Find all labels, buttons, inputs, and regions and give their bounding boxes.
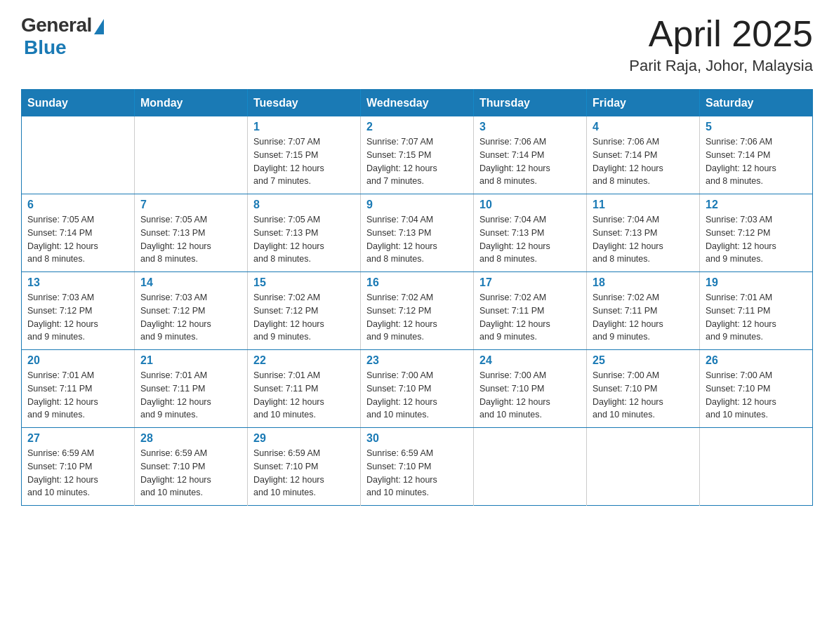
calendar-location: Parit Raja, Johor, Malaysia: [629, 57, 813, 75]
day-number: 14: [140, 276, 241, 289]
calendar-cell: 19Sunrise: 7:01 AMSunset: 7:11 PMDayligh…: [700, 272, 813, 350]
day-number: 18: [593, 276, 694, 289]
calendar-cell: 25Sunrise: 7:00 AMSunset: 7:10 PMDayligh…: [587, 350, 700, 428]
day-number: 2: [366, 121, 468, 133]
day-info: Sunrise: 7:01 AMSunset: 7:11 PMDaylight:…: [253, 369, 355, 422]
day-info: Sunrise: 7:02 AMSunset: 7:12 PMDaylight:…: [253, 291, 355, 344]
logo-triangle-icon: [94, 19, 104, 34]
day-info: Sunrise: 7:03 AMSunset: 7:12 PMDaylight:…: [140, 291, 241, 344]
calendar-table: SundayMondayTuesdayWednesdayThursdayFrid…: [21, 89, 813, 506]
logo: General Blue: [21, 14, 104, 59]
day-info: Sunrise: 6:59 AMSunset: 7:10 PMDaylight:…: [140, 447, 241, 499]
day-info: Sunrise: 7:01 AMSunset: 7:11 PMDaylight:…: [27, 369, 128, 422]
day-info: Sunrise: 7:05 AMSunset: 7:13 PMDaylight:…: [140, 213, 241, 266]
calendar-cell: [587, 428, 700, 506]
day-info: Sunrise: 7:06 AMSunset: 7:14 PMDaylight:…: [479, 135, 581, 188]
day-number: 30: [366, 432, 468, 445]
calendar-cell: [135, 116, 248, 194]
day-number: 3: [479, 121, 581, 133]
page-header: General Blue April 2025 Parit Raja, Joho…: [21, 14, 813, 75]
calendar-cell: 15Sunrise: 7:02 AMSunset: 7:12 PMDayligh…: [248, 272, 361, 350]
day-info: Sunrise: 7:07 AMSunset: 7:15 PMDaylight:…: [366, 135, 468, 188]
day-info: Sunrise: 7:06 AMSunset: 7:14 PMDaylight:…: [593, 135, 694, 188]
calendar-cell: 28Sunrise: 6:59 AMSunset: 7:10 PMDayligh…: [135, 428, 248, 506]
calendar-cell: 30Sunrise: 6:59 AMSunset: 7:10 PMDayligh…: [361, 428, 474, 506]
day-info: Sunrise: 7:02 AMSunset: 7:11 PMDaylight:…: [479, 291, 581, 344]
day-info: Sunrise: 7:00 AMSunset: 7:10 PMDaylight:…: [479, 369, 581, 422]
day-number: 21: [140, 354, 241, 367]
calendar-cell: 1Sunrise: 7:07 AMSunset: 7:15 PMDaylight…: [248, 116, 361, 194]
calendar-cell: [474, 428, 587, 506]
calendar-cell: 7Sunrise: 7:05 AMSunset: 7:13 PMDaylight…: [135, 194, 248, 272]
day-number: 15: [253, 276, 355, 289]
calendar-week-row: 1Sunrise: 7:07 AMSunset: 7:15 PMDaylight…: [22, 116, 813, 194]
day-number: 29: [253, 432, 355, 445]
calendar-cell: 20Sunrise: 7:01 AMSunset: 7:11 PMDayligh…: [22, 350, 135, 428]
calendar-cell: 17Sunrise: 7:02 AMSunset: 7:11 PMDayligh…: [474, 272, 587, 350]
day-number: 24: [479, 354, 581, 367]
calendar-title: April 2025: [629, 14, 813, 54]
calendar-day-header: Wednesday: [361, 90, 474, 117]
day-info: Sunrise: 7:01 AMSunset: 7:11 PMDaylight:…: [140, 369, 241, 422]
logo-general-text: General: [21, 14, 92, 36]
day-number: 19: [706, 276, 807, 289]
calendar-cell: 18Sunrise: 7:02 AMSunset: 7:11 PMDayligh…: [587, 272, 700, 350]
calendar-cell: 24Sunrise: 7:00 AMSunset: 7:10 PMDayligh…: [474, 350, 587, 428]
logo-blue-text: Blue: [24, 36, 67, 59]
day-info: Sunrise: 7:03 AMSunset: 7:12 PMDaylight:…: [27, 291, 128, 344]
day-number: 13: [27, 276, 128, 289]
calendar-week-row: 6Sunrise: 7:05 AMSunset: 7:14 PMDaylight…: [22, 194, 813, 272]
calendar-cell: 21Sunrise: 7:01 AMSunset: 7:11 PMDayligh…: [135, 350, 248, 428]
calendar-week-row: 20Sunrise: 7:01 AMSunset: 7:11 PMDayligh…: [22, 350, 813, 428]
calendar-week-row: 27Sunrise: 6:59 AMSunset: 7:10 PMDayligh…: [22, 428, 813, 506]
day-number: 10: [479, 199, 581, 211]
day-number: 1: [253, 121, 355, 133]
day-number: 6: [27, 199, 128, 211]
day-info: Sunrise: 7:01 AMSunset: 7:11 PMDaylight:…: [706, 291, 807, 344]
day-number: 5: [706, 121, 807, 133]
day-info: Sunrise: 7:05 AMSunset: 7:14 PMDaylight:…: [27, 213, 128, 266]
title-block: April 2025 Parit Raja, Johor, Malaysia: [629, 14, 813, 75]
day-info: Sunrise: 7:02 AMSunset: 7:11 PMDaylight:…: [593, 291, 694, 344]
day-number: 26: [706, 354, 807, 367]
day-number: 20: [27, 354, 128, 367]
day-info: Sunrise: 6:59 AMSunset: 7:10 PMDaylight:…: [253, 447, 355, 499]
calendar-cell: 3Sunrise: 7:06 AMSunset: 7:14 PMDaylight…: [474, 116, 587, 194]
day-info: Sunrise: 7:00 AMSunset: 7:10 PMDaylight:…: [593, 369, 694, 422]
calendar-cell: 4Sunrise: 7:06 AMSunset: 7:14 PMDaylight…: [587, 116, 700, 194]
calendar-cell: 9Sunrise: 7:04 AMSunset: 7:13 PMDaylight…: [361, 194, 474, 272]
day-number: 7: [140, 199, 241, 211]
day-number: 23: [366, 354, 468, 367]
calendar-cell: 11Sunrise: 7:04 AMSunset: 7:13 PMDayligh…: [587, 194, 700, 272]
calendar-cell: [700, 428, 813, 506]
day-number: 27: [27, 432, 128, 445]
day-info: Sunrise: 7:00 AMSunset: 7:10 PMDaylight:…: [706, 369, 807, 422]
day-info: Sunrise: 7:04 AMSunset: 7:13 PMDaylight:…: [479, 213, 581, 266]
calendar-cell: 14Sunrise: 7:03 AMSunset: 7:12 PMDayligh…: [135, 272, 248, 350]
day-number: 8: [253, 199, 355, 211]
day-number: 4: [593, 121, 694, 133]
day-info: Sunrise: 7:04 AMSunset: 7:13 PMDaylight:…: [593, 213, 694, 266]
day-info: Sunrise: 7:06 AMSunset: 7:14 PMDaylight:…: [706, 135, 807, 188]
calendar-cell: 5Sunrise: 7:06 AMSunset: 7:14 PMDaylight…: [700, 116, 813, 194]
calendar-cell: 22Sunrise: 7:01 AMSunset: 7:11 PMDayligh…: [248, 350, 361, 428]
calendar-cell: 8Sunrise: 7:05 AMSunset: 7:13 PMDaylight…: [248, 194, 361, 272]
day-number: 16: [366, 276, 468, 289]
day-info: Sunrise: 6:59 AMSunset: 7:10 PMDaylight:…: [27, 447, 128, 499]
calendar-week-row: 13Sunrise: 7:03 AMSunset: 7:12 PMDayligh…: [22, 272, 813, 350]
calendar-header-row: SundayMondayTuesdayWednesdayThursdayFrid…: [22, 90, 813, 117]
calendar-cell: 6Sunrise: 7:05 AMSunset: 7:14 PMDaylight…: [22, 194, 135, 272]
calendar-cell: 29Sunrise: 6:59 AMSunset: 7:10 PMDayligh…: [248, 428, 361, 506]
calendar-day-header: Thursday: [474, 90, 587, 117]
day-number: 11: [593, 199, 694, 211]
calendar-cell: 2Sunrise: 7:07 AMSunset: 7:15 PMDaylight…: [361, 116, 474, 194]
calendar-day-header: Saturday: [700, 90, 813, 117]
day-info: Sunrise: 7:00 AMSunset: 7:10 PMDaylight:…: [366, 369, 468, 422]
calendar-cell: 26Sunrise: 7:00 AMSunset: 7:10 PMDayligh…: [700, 350, 813, 428]
calendar-cell: 23Sunrise: 7:00 AMSunset: 7:10 PMDayligh…: [361, 350, 474, 428]
day-info: Sunrise: 7:02 AMSunset: 7:12 PMDaylight:…: [366, 291, 468, 344]
calendar-cell: [22, 116, 135, 194]
day-number: 17: [479, 276, 581, 289]
day-info: Sunrise: 7:05 AMSunset: 7:13 PMDaylight:…: [253, 213, 355, 266]
day-number: 9: [366, 199, 468, 211]
